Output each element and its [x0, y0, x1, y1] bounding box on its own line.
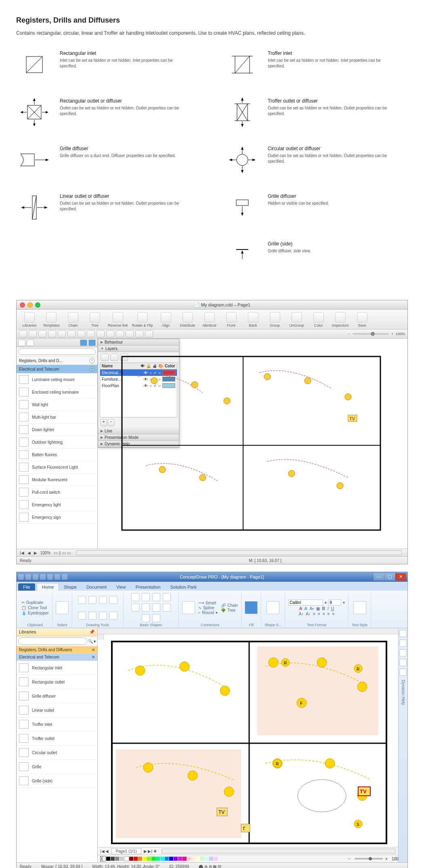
draw-tool[interactable] [99, 612, 107, 620]
layer-btn[interactable] [110, 354, 118, 361]
library-header[interactable]: Registers, Drills and D...× [17, 356, 97, 365]
add-layer-button[interactable]: + [101, 419, 107, 426]
toolbar-rotate-flip[interactable]: Rotate & Flip [130, 311, 155, 328]
shape-tool[interactable] [131, 604, 139, 612]
quick-access-toolbar[interactable] [18, 574, 67, 580]
shape-tool[interactable] [142, 593, 150, 601]
draw-tool[interactable] [109, 596, 118, 604]
shape-item[interactable]: Pull-cord switch [17, 486, 97, 499]
ribbon-tab-home[interactable]: Home [37, 583, 59, 591]
canvas[interactable]: F R R R S TV TV t' [104, 634, 398, 847]
tool-button[interactable] [38, 330, 46, 338]
shape-item[interactable]: Troffer inlet [17, 717, 97, 732]
library-header[interactable]: Registers, Drills and Diffusers✕ [17, 646, 97, 654]
view-mode[interactable]: ▭ ▯ ▭ ▭ [54, 551, 70, 555]
shape-item[interactable]: Emergency sign [17, 511, 97, 524]
right-sidebar[interactable]: Dynamic Help [398, 628, 407, 862]
layer-btn[interactable] [101, 354, 109, 361]
toolbar-color[interactable]: Color [308, 311, 329, 328]
shape-item[interactable]: Luminaire ceiling mount [17, 373, 97, 386]
close-button[interactable]: ✕ [395, 573, 406, 581]
shape-item[interactable]: Batten fluores [17, 449, 97, 461]
shape-item[interactable]: Troffer outlet [17, 732, 97, 746]
shape-tool[interactable] [152, 604, 160, 612]
shape-item[interactable]: Circular outlet [17, 746, 97, 760]
eyedropper-button[interactable]: 💧 Eyedropper [21, 611, 49, 615]
minimize-button[interactable]: — [374, 573, 384, 581]
toolbar-ungroup[interactable]: UnGroup [286, 311, 307, 328]
tool-button[interactable] [48, 330, 56, 338]
tool-button[interactable] [135, 330, 143, 338]
canvas[interactable]: ▶Behaviour ▼Layers Name👁🔒🖨🎨Color Electri… [98, 339, 407, 549]
draw-tool[interactable] [78, 612, 86, 620]
shape-tool[interactable] [152, 593, 160, 601]
close-icon[interactable]: ✕ [92, 655, 95, 659]
draw-tool[interactable] [78, 596, 86, 604]
zoom-in-icon[interactable]: + [385, 857, 389, 861]
shape-item[interactable]: Rectangular inlet [17, 661, 97, 675]
shape-tool[interactable] [163, 593, 171, 601]
font-buttons[interactable]: A↕A↕≡≡≡≡≡ [299, 612, 335, 616]
shape-item[interactable]: Surface Fluorescent Light [17, 461, 97, 474]
shape-tool[interactable] [152, 614, 160, 622]
tool-button[interactable] [67, 330, 76, 338]
shape-tool[interactable] [163, 604, 171, 612]
ribbon-tab-file[interactable]: File [18, 583, 35, 591]
smart-connector[interactable]: ⟶ Smart [198, 601, 218, 605]
toolbar-inspectors[interactable]: Inspectors [330, 311, 351, 328]
font-size-input[interactable] [328, 600, 341, 606]
tool-button[interactable] [58, 330, 66, 338]
window-controls[interactable] [20, 302, 40, 308]
ribbon-tab-solution-park[interactable]: Solution Park [165, 583, 201, 591]
ribbon-tab-view[interactable]: View [111, 583, 131, 591]
shape-item[interactable]: Down lighter [17, 424, 97, 436]
panel-tab[interactable] [80, 340, 87, 346]
toolbar-identical[interactable]: Identical [199, 311, 220, 328]
zoom-out-icon[interactable]: − [348, 857, 352, 861]
toolbar-chain[interactable]: Chain [63, 311, 84, 328]
library-search-input[interactable] [18, 637, 87, 645]
tool-button[interactable] [106, 330, 114, 338]
scrollbar-horizontal[interactable] [162, 849, 396, 853]
toolbar-distribute[interactable]: Distribute [177, 311, 198, 328]
nav-arrow[interactable]: ◀ [27, 551, 31, 555]
close-icon[interactable]: × [89, 366, 95, 372]
dynamic-help-tab[interactable]: Dynamic Help [401, 680, 405, 705]
shape-item[interactable]: Modular fluorescent [17, 474, 97, 486]
shape-tool[interactable] [142, 614, 150, 622]
shape-item[interactable]: Grille diffuser [17, 689, 97, 703]
pin-icon[interactable]: 📌 [89, 629, 95, 635]
font-name-input[interactable] [288, 600, 323, 606]
tool-button[interactable] [87, 330, 95, 338]
side-icon[interactable] [399, 639, 407, 647]
search-input[interactable] [18, 348, 96, 355]
page-nav[interactable]: ▶ ▶| ✚ [144, 849, 157, 853]
draw-tool[interactable] [109, 612, 118, 620]
draw-tool[interactable] [88, 612, 97, 620]
side-icon[interactable] [399, 649, 407, 656]
zoom-slider[interactable] [355, 858, 383, 860]
scrollbar-horizontal[interactable] [76, 550, 402, 555]
toolbar-tree[interactable]: Tree [84, 311, 105, 328]
shape-tool[interactable] [142, 604, 150, 612]
shape-tool[interactable] [131, 593, 139, 601]
library-header[interactable]: Electrical and Telecom✕ [17, 654, 97, 661]
tool-button[interactable] [29, 330, 37, 338]
shape-item[interactable]: Rectangular outlet [17, 675, 97, 689]
panel-tab[interactable] [88, 340, 96, 346]
shape-item[interactable]: Wall light [17, 398, 97, 411]
direct-connector[interactable] [182, 601, 195, 614]
tool-button[interactable] [116, 330, 124, 338]
select-tool[interactable] [56, 601, 69, 614]
draw-tool[interactable] [88, 596, 97, 604]
toolbar-back[interactable]: Back [243, 311, 264, 328]
shape-item[interactable]: Multi-light bar [17, 411, 97, 424]
shape-style-button[interactable] [267, 601, 279, 614]
close-icon[interactable]: ✕ [92, 648, 95, 652]
toolbar-save[interactable]: Save [352, 311, 373, 328]
tool-button[interactable] [97, 330, 105, 338]
text-style-button[interactable] [353, 601, 366, 614]
draw-tool[interactable] [99, 596, 107, 604]
shape-item[interactable]: Outdoor lightning [17, 436, 97, 449]
toolbar-reverse-link[interactable]: Reverse link [106, 311, 130, 328]
